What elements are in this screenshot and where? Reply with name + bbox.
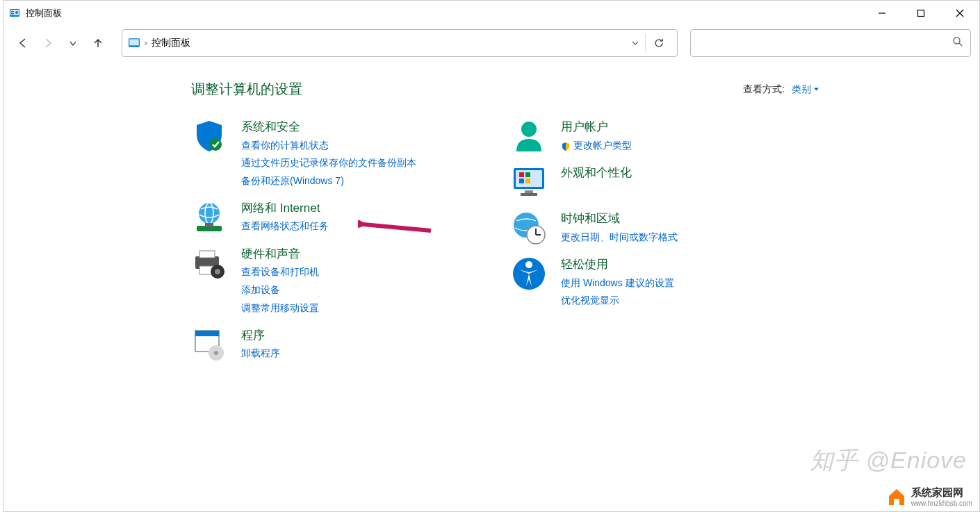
column-right: 用户帐户 更改帐户类型 外观和个性化 <box>511 118 747 372</box>
svg-rect-35 <box>525 179 530 183</box>
svg-point-27 <box>521 122 537 137</box>
category-link[interactable]: 使用 Windows 建议的设置 <box>561 275 674 292</box>
svg-rect-31 <box>521 193 537 196</box>
breadcrumb-path[interactable]: 控制面板 <box>152 37 626 49</box>
svg-point-4 <box>15 11 18 14</box>
svg-rect-34 <box>519 179 524 183</box>
category-link[interactable]: 调整常用移动设置 <box>241 300 319 317</box>
svg-rect-32 <box>519 172 524 177</box>
refresh-button[interactable] <box>645 34 671 52</box>
svg-line-12 <box>959 43 962 46</box>
watermark-site: 系统家园网 www.hnzkhbsb.com <box>886 486 972 507</box>
category-title[interactable]: 时钟和区域 <box>561 210 678 228</box>
shield-icon <box>191 118 227 154</box>
monitor-icon <box>511 164 547 200</box>
category-link[interactable]: 更改日期、时间或数字格式 <box>561 229 678 246</box>
svg-rect-30 <box>525 190 533 193</box>
close-button[interactable] <box>940 1 979 26</box>
window-controls <box>863 1 979 26</box>
breadcrumb-separator-icon: › <box>145 38 147 48</box>
column-left: 系统和安全 查看你的计算机状态 通过文件历史记录保存你的文件备份副本 备份和还原… <box>191 118 455 372</box>
category-title[interactable]: 轻松使用 <box>561 256 674 274</box>
window: 控制面板 › 控制面板 调整计算机的设置 <box>3 0 980 512</box>
uac-shield-icon <box>561 140 571 150</box>
svg-point-14 <box>199 203 220 224</box>
category-title[interactable]: 程序 <box>241 327 280 345</box>
svg-rect-43 <box>894 499 899 505</box>
control-panel-icon <box>9 8 20 19</box>
view-by-dropdown[interactable]: 类别 <box>792 83 819 96</box>
forward-button[interactable] <box>37 32 59 54</box>
category-network: 网络和 Internet 查看网络状态和任务 <box>191 199 455 236</box>
category-link[interactable]: 通过文件历史记录保存你的文件备份副本 <box>241 155 416 172</box>
category-system-security: 系统和安全 查看你的计算机状态 通过文件历史记录保存你的文件备份副本 备份和还原… <box>191 118 455 190</box>
minimize-button[interactable] <box>863 1 901 26</box>
svg-point-11 <box>954 38 960 44</box>
view-by: 查看方式: 类别 <box>743 83 819 96</box>
category-title[interactable]: 外观和个性化 <box>561 164 632 182</box>
view-by-label: 查看方式: <box>743 83 785 96</box>
svg-rect-10 <box>129 39 139 45</box>
window-title: 控制面板 <box>26 7 863 19</box>
category-title[interactable]: 网络和 Internet <box>241 199 329 217</box>
page-title: 调整计算机的设置 <box>191 80 302 99</box>
category-title[interactable]: 系统和安全 <box>241 118 416 136</box>
svg-rect-24 <box>195 331 219 336</box>
svg-rect-6 <box>918 10 924 17</box>
up-button[interactable] <box>87 32 109 54</box>
house-icon <box>886 486 907 507</box>
address-bar[interactable]: › 控制面板 <box>122 29 678 57</box>
user-icon <box>511 118 547 154</box>
category-link[interactable]: 查看设备和打印机 <box>241 264 319 281</box>
category-link[interactable]: 查看网络状态和任务 <box>241 218 329 235</box>
svg-point-26 <box>214 351 218 355</box>
search-input[interactable] <box>698 38 952 49</box>
address-dropdown[interactable] <box>626 39 645 47</box>
globe-icon <box>191 199 227 236</box>
category-link[interactable]: 优化视觉显示 <box>561 292 674 309</box>
category-ease-of-access: 轻松使用 使用 Windows 建议的设置 优化视觉显示 <box>511 256 747 309</box>
toolbar: › 控制面板 <box>3 26 979 60</box>
svg-rect-33 <box>525 172 530 177</box>
category-programs: 程序 卸载程序 <box>191 327 455 363</box>
svg-point-22 <box>215 269 220 274</box>
category-title[interactable]: 用户帐户 <box>561 118 632 136</box>
category-link[interactable]: 更改帐户类型 <box>561 138 632 154</box>
category-clock: 时钟和区域 更改日期、时间或数字格式 <box>511 210 747 246</box>
category-appearance: 外观和个性化 <box>511 164 747 200</box>
category-title[interactable]: 硬件和声音 <box>241 245 319 263</box>
svg-point-41 <box>525 261 532 268</box>
back-button[interactable] <box>12 32 34 54</box>
category-hardware: 硬件和声音 查看设备和打印机 添加设备 调整常用移动设置 <box>191 245 455 317</box>
titlebar: 控制面板 <box>3 1 979 26</box>
svg-rect-2 <box>11 11 14 13</box>
svg-rect-3 <box>11 13 14 15</box>
accessibility-icon <box>511 256 547 292</box>
programs-icon <box>191 327 227 363</box>
recent-dropdown[interactable] <box>62 32 84 54</box>
category-user-accounts: 用户帐户 更改帐户类型 <box>511 118 747 154</box>
category-link[interactable]: 卸载程序 <box>241 345 280 362</box>
category-link[interactable]: 添加设备 <box>241 282 319 299</box>
watermark-zhihu: 知乎 @Eniove <box>810 445 967 477</box>
svg-rect-17 <box>205 223 213 227</box>
search-icon[interactable] <box>952 36 963 50</box>
search-box[interactable] <box>690 29 971 57</box>
maximize-button[interactable] <box>901 1 940 26</box>
address-icon <box>128 37 140 49</box>
printer-icon <box>191 245 227 281</box>
svg-rect-19 <box>199 251 215 258</box>
category-link[interactable]: 查看你的计算机状态 <box>241 138 416 154</box>
category-link[interactable]: 备份和还原(Windows 7) <box>241 173 416 190</box>
clock-globe-icon <box>511 210 547 246</box>
content: 调整计算机的设置 查看方式: 类别 系统和安全 查看你的计算机状态 <box>3 60 979 372</box>
